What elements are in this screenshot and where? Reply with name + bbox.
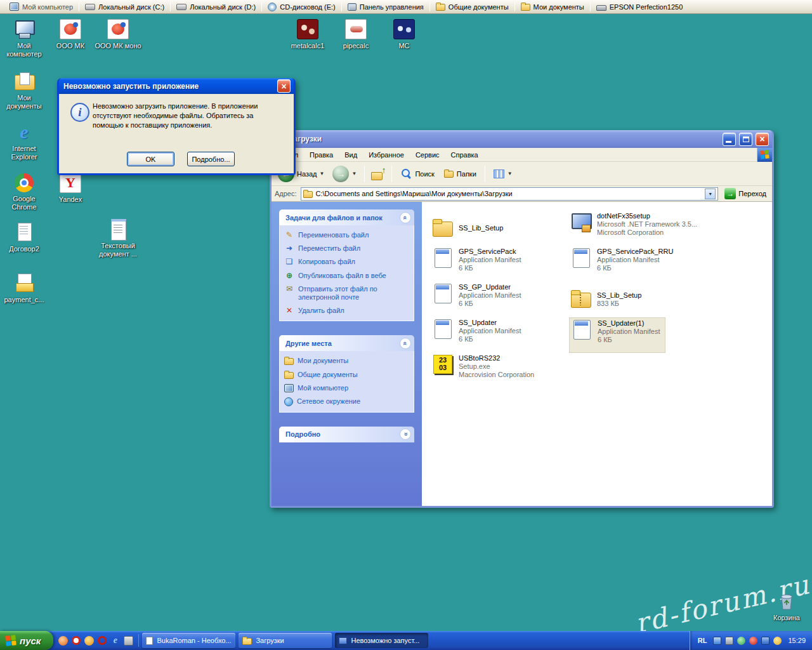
other-places-header[interactable]: Другие места	[279, 335, 414, 351]
file-tile[interactable]: 23 03 USBtoRS232 Setup.exe Macrovision C…	[431, 353, 539, 388]
desktop-icon-text-document[interactable]: Текстовый документ ...	[94, 219, 142, 258]
tray-monitor-icon[interactable]	[761, 637, 769, 645]
file-tile[interactable]: GPS_ServicePack_RRU Application Manifest…	[569, 246, 678, 282]
dialog-titlebar[interactable]: Невозможно запустить приложение ×	[59, 78, 294, 94]
views-button[interactable]: ▼	[490, 168, 516, 180]
desktop-icon-dogovor2[interactable]: Договор2	[0, 222, 48, 253]
toolbar-item-label: Панель управления	[360, 3, 424, 11]
desktop-icon-metalcalc1[interactable]: metalcalc1	[284, 19, 332, 50]
desktop-icon-ooo-mk[interactable]: ООО МК	[46, 19, 95, 50]
quick-launch-icon-1[interactable]	[58, 636, 68, 646]
manifest-icon	[432, 283, 454, 303]
toolbar-item-cd-drive[interactable]: CD-дисковод (E:)	[262, 1, 341, 13]
tray-shield-icon[interactable]	[773, 637, 782, 645]
explorer-titlebar[interactable]: Загрузки ×	[272, 130, 772, 148]
desktop-icon-mc[interactable]: МС	[380, 19, 428, 50]
go-button[interactable]: → Переход	[722, 188, 769, 199]
toolbar-separator	[485, 166, 485, 182]
toolbar-item-shared-documents[interactable]: Общие документы	[430, 1, 514, 13]
address-input[interactable]: C:\Documents and Settings\Мариша\Мои док…	[301, 187, 719, 201]
toolbar-item-label: Мои документы	[534, 3, 584, 11]
desktop-icon-my-computer[interactable]: Мой компьютер	[0, 19, 48, 58]
menu-edit[interactable]: Правка	[304, 149, 339, 161]
file-tile[interactable]: GPS_ServicePack Application Manifest 6 К…	[431, 246, 526, 282]
desktop-icon-pipecalc[interactable]: pipecalc	[332, 19, 380, 50]
web-publish-icon	[284, 272, 294, 280]
toolbar-item-my-documents[interactable]: Мои документы	[515, 1, 590, 13]
desktop-icon-my-documents[interactable]: Мои документы	[0, 71, 48, 110]
file-tasks-section: Задачи для файлов и папок Переименовать …	[279, 209, 414, 321]
windows-flag-icon	[5, 635, 16, 646]
toolbar-item-control-panel[interactable]: Панель управления	[342, 1, 429, 13]
file-tile[interactable]: SS_Lib_Setup	[431, 211, 508, 246]
forward-button[interactable]: → ▼	[330, 164, 359, 183]
dialog-close-button[interactable]: ×	[277, 79, 291, 93]
file-tile[interactable]: SS_Updater Application Manifest 6 КБ	[431, 317, 526, 353]
task-move-file[interactable]: Переместить файл	[284, 244, 409, 253]
file-tile[interactable]: dotNetFx35setup Microsoft .NET Framework…	[569, 211, 702, 246]
task-delete-file[interactable]: Удалить файл	[284, 307, 409, 315]
menu-favorites[interactable]: Избранное	[363, 149, 410, 161]
address-dropdown-button[interactable]: ▼	[705, 189, 716, 199]
close-button[interactable]: ×	[756, 133, 769, 146]
tray-network-icon[interactable]	[713, 637, 721, 645]
file-tile[interactable]: SS_Lib_Setup 833 КБ	[569, 282, 646, 317]
desktop-icon-google-chrome[interactable]: Google Chrome	[0, 173, 48, 211]
tray-usb-icon[interactable]	[725, 637, 733, 645]
task-button-downloads[interactable]: Загрузки	[239, 633, 332, 648]
file-tile-selected[interactable]: SS_Updater(1) Application Manifest 6 КБ	[569, 317, 665, 353]
minimize-button[interactable]	[723, 133, 736, 146]
dialog-window-icon	[339, 637, 347, 644]
taskbar-clock[interactable]: 15:29	[785, 637, 806, 644]
place-network[interactable]: Сетевое окружение	[284, 397, 409, 406]
expand-chevron-icon[interactable]	[400, 428, 411, 440]
google-chrome-icon	[15, 173, 34, 192]
menu-tools[interactable]: Сервис	[410, 149, 445, 161]
file-tile[interactable]: SS_GP_Updater Application Manifest 6 КБ	[431, 282, 526, 317]
toolbar-item-label: Мой компьютер	[22, 3, 73, 11]
folders-button[interactable]: Папки	[441, 168, 480, 179]
task-email-file[interactable]: Отправить этот файл по электронной почте	[284, 285, 409, 302]
menu-help[interactable]: Справка	[445, 149, 484, 161]
task-publish-file[interactable]: Опубликовать файл в вебе	[284, 272, 409, 280]
desktop-icon-yandex[interactable]: Yandex	[46, 173, 95, 204]
task-copy-file[interactable]: Копировать файл	[284, 258, 409, 266]
file-tasks-header[interactable]: Задачи для файлов и папок	[279, 209, 414, 225]
place-shared-documents[interactable]: Общие документы	[284, 371, 409, 379]
task-rename-file[interactable]: Переименовать файл	[284, 231, 409, 239]
place-my-computer[interactable]: Мой компьютер	[284, 384, 409, 392]
chevron-down-icon[interactable]: ▼	[508, 171, 513, 176]
tray-status-green-icon[interactable]	[737, 637, 745, 645]
details-header[interactable]: Подробно	[279, 427, 414, 442]
quick-launch-icon-4[interactable]	[98, 636, 107, 645]
collapse-chevron-icon[interactable]	[400, 212, 411, 223]
desktop-icon-payment[interactable]: payment_c...	[0, 273, 48, 304]
search-button[interactable]: Поиск	[397, 167, 437, 181]
collapse-chevron-icon[interactable]	[400, 338, 411, 349]
task-button-error-dialog[interactable]: Невозможно запуст...	[335, 633, 428, 648]
file-list[interactable]: SS_Lib_Setup dotNetFx35setup Microsoft .…	[422, 202, 772, 506]
toolbar-item-disk-d[interactable]: Локальный диск (D:)	[171, 1, 261, 13]
desktop-icon-recycle-bin[interactable]: Корзина	[763, 591, 811, 622]
show-desktop-icon[interactable]	[124, 636, 133, 646]
start-button[interactable]: пуск	[0, 631, 53, 650]
toolbar-item-disk-c[interactable]: Локальный диск (C:)	[79, 1, 170, 13]
maximize-button[interactable]	[739, 133, 752, 146]
toolbar-item-epson-scanner[interactable]: EPSON Perfection1250	[591, 1, 689, 13]
desktop-icon-ooo-mk-mono[interactable]: ООО МК моно	[94, 19, 142, 50]
desktop-icon-internet-explorer[interactable]: Internet Explorer	[0, 122, 48, 161]
ok-button[interactable]: OK	[127, 152, 174, 166]
chevron-down-icon[interactable]: ▼	[320, 171, 325, 176]
quick-launch-icon-2[interactable]	[72, 636, 81, 645]
toolbar-item-my-computer[interactable]: Мой компьютер	[4, 1, 79, 13]
chevron-down-icon[interactable]: ▼	[351, 171, 357, 176]
place-my-documents[interactable]: Мои документы	[284, 357, 409, 365]
quick-launch-icon-3[interactable]	[84, 636, 94, 646]
task-button-bukaroman[interactable]: BukaRoman - Необхо...	[142, 633, 235, 648]
menu-view[interactable]: Вид	[339, 149, 363, 161]
tray-status-red-icon[interactable]	[749, 637, 757, 645]
internet-explorer-quick-launch-icon[interactable]	[110, 636, 120, 646]
language-indicator[interactable]: RL	[698, 637, 710, 644]
details-button[interactable]: Подробно...	[187, 152, 235, 166]
up-folder-button[interactable]	[370, 166, 386, 182]
